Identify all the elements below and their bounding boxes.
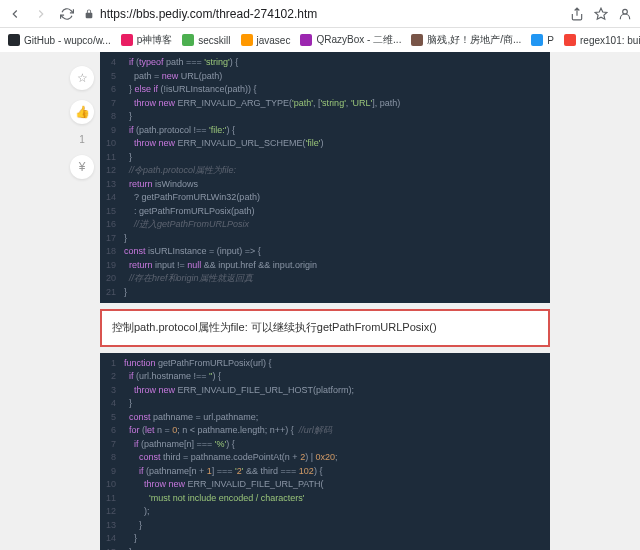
code-line: 2 if (url.hostname !== '') { — [100, 370, 550, 384]
bookmark-favicon — [8, 34, 20, 46]
code-block-1: 4 if (typeof path === 'string') {5 path … — [100, 52, 550, 303]
profile-icon[interactable] — [618, 7, 632, 21]
bookmark-favicon — [531, 34, 543, 46]
code-line: 14 } — [100, 532, 550, 546]
bookmark-favicon — [241, 34, 253, 46]
code-line: 15 } — [100, 546, 550, 550]
bookmark-item[interactable]: regex101: build, te... — [564, 34, 640, 46]
bookmark-favicon — [121, 34, 133, 46]
back-icon[interactable] — [8, 7, 22, 21]
code-line: 7 throw new ERR_INVALID_ARG_TYPE('path',… — [100, 97, 550, 111]
svg-marker-0 — [595, 8, 607, 19]
bookmark-favicon — [182, 34, 194, 46]
code-line: 20 //存在href和origin属性就返回真 — [100, 272, 550, 286]
bookmark-label: secskill — [198, 35, 230, 46]
code-line: 8 } — [100, 110, 550, 124]
bookmark-label: p神博客 — [137, 33, 173, 47]
reload-icon[interactable] — [60, 7, 74, 21]
code-line: 9 if (pathname[n + 1] === '2' && third =… — [100, 465, 550, 479]
code-line: 1function getPathFromURLPosix(url) { — [100, 357, 550, 371]
url-text: https://bbs.pediy.com/thread-274102.htm — [100, 7, 317, 21]
code-line: 12 //令path.protocol属性为file: — [100, 164, 550, 178]
code-line: 13 } — [100, 519, 550, 533]
code-line: 10 throw new ERR_INVALID_FILE_URL_PATH( — [100, 478, 550, 492]
bookmark-item[interactable]: P — [531, 34, 554, 46]
code-line: 6 } else if (!isURLInstance(path)) { — [100, 83, 550, 97]
code-line: 15 : getPathFromURLPosix(path) — [100, 205, 550, 219]
code-line: 19 return input != null && input.href &&… — [100, 259, 550, 273]
bookmark-favicon — [300, 34, 312, 46]
forward-icon[interactable] — [34, 7, 48, 21]
browser-toolbar: https://bbs.pediy.com/thread-274102.htm — [0, 0, 640, 28]
code-line: 17} — [100, 232, 550, 246]
bookmark-label: GitHub - wupco/w... — [24, 35, 111, 46]
bookmark-label: P — [547, 35, 554, 46]
bookmark-item[interactable]: p神博客 — [121, 33, 173, 47]
code-block-2: 1function getPathFromURLPosix(url) {2 if… — [100, 353, 550, 550]
bookmarks-bar: GitHub - wupco/w...p神博客secskilljavasecQR… — [0, 28, 640, 52]
code-line: 3 throw new ERR_INVALID_FILE_URL_HOST(pl… — [100, 384, 550, 398]
reward-button[interactable]: ¥ — [70, 155, 94, 179]
bookmark-label: regex101: build, te... — [580, 35, 640, 46]
svg-point-1 — [623, 9, 628, 14]
bookmark-favicon — [564, 34, 576, 46]
url-bar[interactable]: https://bbs.pediy.com/thread-274102.htm — [84, 7, 560, 21]
code-line: 11 } — [100, 151, 550, 165]
code-line: 5 path = new URL(path) — [100, 70, 550, 84]
share-icon[interactable] — [570, 7, 584, 21]
bookmark-label: 脑残,好！房地产/商... — [427, 33, 521, 47]
code-line: 4 if (typeof path === 'string') { — [100, 56, 550, 70]
code-line: 9 if (path.protocol !== 'file:') { — [100, 124, 550, 138]
like-button[interactable]: 👍 — [70, 100, 94, 124]
code-line: 6 for (let n = 0; n < pathname.length; n… — [100, 424, 550, 438]
favorite-button[interactable]: ☆ — [70, 66, 94, 90]
code-line: 12 ); — [100, 505, 550, 519]
code-line: 11 'must not include encoded / character… — [100, 492, 550, 506]
code-line: 21} — [100, 286, 550, 300]
code-line: 18const isURLInstance = (input) => { — [100, 245, 550, 259]
code-line: 14 ? getPathFromURLWin32(path) — [100, 191, 550, 205]
code-line: 8 const third = pathname.codePointAt(n +… — [100, 451, 550, 465]
note-box-1: 控制path.protocol属性为file: 可以继续执行getPathFro… — [100, 309, 550, 347]
code-line: 13 return isWindows — [100, 178, 550, 192]
code-line: 10 throw new ERR_INVALID_URL_SCHEME('fil… — [100, 137, 550, 151]
star-icon[interactable] — [594, 7, 608, 21]
bookmark-item[interactable]: 脑残,好！房地产/商... — [411, 33, 521, 47]
code-line: 16 //进入getPathFromURLPosix — [100, 218, 550, 232]
code-line: 7 if (pathname[n] === '%') { — [100, 438, 550, 452]
bookmark-label: QRazyBox - 二维... — [316, 33, 401, 47]
bookmark-favicon — [411, 34, 423, 46]
bookmark-item[interactable]: GitHub - wupco/w... — [8, 34, 111, 46]
bookmark-item[interactable]: secskill — [182, 34, 230, 46]
bookmark-label: javasec — [257, 35, 291, 46]
lock-icon — [84, 9, 94, 19]
bookmark-item[interactable]: QRazyBox - 二维... — [300, 33, 401, 47]
side-actions: ☆ 👍 1 ¥ — [70, 66, 94, 179]
code-line: 5 const pathname = url.pathname; — [100, 411, 550, 425]
bookmark-item[interactable]: javasec — [241, 34, 291, 46]
code-line: 4 } — [100, 397, 550, 411]
like-count: 1 — [79, 134, 85, 145]
